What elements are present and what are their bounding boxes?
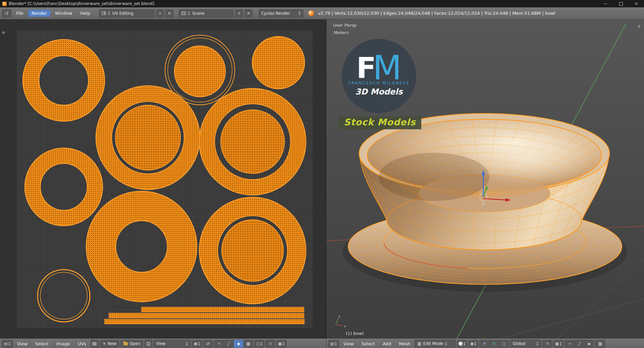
menu-render[interactable]: Render [28,10,50,17]
fm-logo: F M FRANCESCO MILANESE 3D Models [342,39,416,113]
mesh-select-face[interactable]: ▪ [584,340,594,348]
v3d-menu-view[interactable]: View [340,340,357,347]
mode-value: Edit Mode [423,341,443,346]
spin-arrows-icon [282,342,285,346]
area-expand-icon[interactable]: + [637,23,641,29]
scene-value: Scene [192,11,205,16]
spin-arrows-icon [335,342,337,346]
uv-menu-view[interactable]: View [14,340,31,347]
snap-cube-icon: ▣ [278,341,282,346]
blender-app-icon [2,2,7,6]
uv-mode-selector[interactable]: View [153,340,191,348]
pin-icon [147,342,150,346]
spin-arrows-icon [464,342,466,346]
image-browse-button[interactable] [91,340,99,348]
object-info-label: (1) bowl [346,331,364,336]
spin-arrows-icon [186,342,188,346]
sync-icon: ⇄ [206,341,210,346]
snap-element-selector-3d[interactable]: ▣ [553,340,564,348]
fm-monogram: F M [356,56,401,82]
screen-layout-selector[interactable]: UV Editing [99,9,155,17]
manipulator-scale-toggle[interactable]: ▢ [499,340,509,348]
uv-image-editor[interactable]: + [0,19,326,339]
menu-help[interactable]: Help [77,10,94,17]
pin-button[interactable] [144,340,152,348]
info-icon: i [5,11,6,15]
scale-icon: ▢ [502,341,506,346]
delete-layout-button[interactable]: ✕ [165,9,173,17]
shading-sphere-icon [459,342,463,346]
pivot-selector[interactable]: ◉ [192,340,202,348]
select-mode-edge[interactable]: ╱ [224,340,234,348]
mode-selector[interactable]: ▧ Edit Mode [415,340,456,348]
pivot-icon: ◉ [194,341,197,346]
edit-mode-icon: ▧ [417,341,421,346]
occlude-toggle[interactable]: ▦ [595,340,605,348]
fm-tagline: 3D Models [355,87,402,96]
image-new-button[interactable]: +New [100,340,119,348]
uv-menu-image[interactable]: Image [53,340,73,347]
close-icon: ✕ [635,2,638,6]
proportional-edit-selector[interactable]: ○ [254,340,264,348]
vertex-icon: ∙ [218,341,220,346]
image-open-button[interactable]: Open [120,340,143,348]
info-header: i File Render Window Help UV Editing + ✕… [0,7,644,19]
orientation-selector[interactable]: Global [510,340,541,348]
manipulator-rotate-toggle[interactable]: ↻ [489,340,499,348]
area-expand-icon[interactable]: + [1,29,6,36]
add-scene-button[interactable]: + [235,9,243,17]
mini-axis-gizmo: x y [332,314,348,330]
add-layout-button[interactable]: + [156,9,164,17]
island-icon: ▦ [247,341,250,346]
uv-select-mode-group: ∙ ╱ ▪ ▦ [214,340,253,348]
editor-type-3d-button[interactable]: ▧ [328,340,339,348]
snap-cube-icon: ▣ [555,341,559,346]
select-mode-island[interactable]: ▦ [244,340,253,348]
pivot-icon: ◉ [470,341,474,346]
image-icon [92,342,97,346]
spin-arrows-icon [560,342,562,346]
spin-arrows-icon [299,11,301,15]
viewport-unit-label: Meters [334,30,348,35]
uv-canvas[interactable] [0,19,326,339]
manipulator-group: + ↻ ▢ [479,340,509,348]
manipulator-translate-toggle[interactable]: + [479,340,489,348]
v3d-menu-add[interactable]: Add [379,340,394,347]
spin-arrows-icon [198,342,200,346]
plus-icon: + [103,341,106,346]
window-title: Blender* [C:\Users\franc\Desktop\dinnerw… [9,1,154,6]
v3d-menu-mesh[interactable]: Mesh [395,340,414,347]
uv-menu-select[interactable]: Select [32,340,52,347]
snap-element-selector[interactable]: ▣ [276,340,286,348]
spin-arrows-icon [188,11,190,15]
blender-logo-icon [308,10,314,16]
close-button[interactable]: ✕ [629,0,644,7]
v3d-menu-select[interactable]: Select [358,340,378,347]
maximize-button[interactable] [613,0,629,7]
scene-icon [181,11,186,15]
rotate-icon: ↻ [492,341,496,346]
menu-window[interactable]: Window [52,10,75,17]
spin-arrows-icon [474,342,477,346]
minimize-button[interactable] [598,0,613,7]
editor-type-image-button[interactable]: ▤ [2,340,13,348]
delete-scene-button[interactable]: ✕ [245,9,253,17]
info-editor-button[interactable]: i [2,9,11,17]
pivot-selector-3d[interactable]: ◉ [468,340,478,348]
snap-toggle-3d[interactable]: ∩ [542,340,552,348]
menu-file[interactable]: File [13,10,27,17]
scene-selector[interactable]: Scene [179,9,234,17]
render-engine-selector[interactable]: Cycles Render [259,9,304,17]
uv-sync-toggle[interactable]: ⇄ [203,340,213,348]
face-icon: ▪ [588,341,590,346]
workspace: + User Persp Meters F [0,19,644,339]
mesh-select-edge[interactable]: ╱ [575,340,584,348]
mesh-select-vertex[interactable]: ∙ [565,340,575,348]
magnet-icon: ∩ [546,341,549,346]
viewport-3d[interactable]: User Persp Meters F M FRANCESCO MILANESE… [326,19,644,339]
select-mode-face[interactable]: ▪ [234,340,244,348]
shading-selector[interactable] [457,340,467,348]
uv-menu-uvs[interactable]: UVs [74,340,90,347]
snap-toggle[interactable]: ∩ [265,340,275,348]
select-mode-vertex[interactable]: ∙ [214,340,224,348]
